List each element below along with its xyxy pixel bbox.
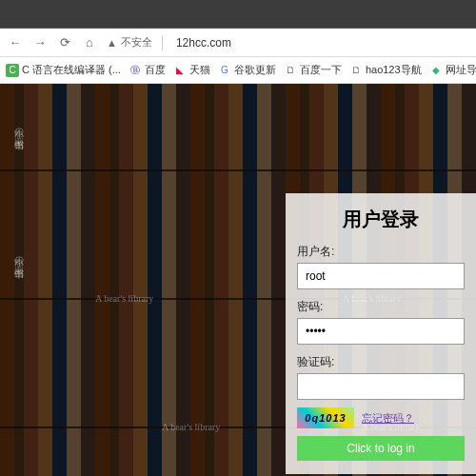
address-bar[interactable]: 12hcc.com — [176, 36, 231, 50]
bookmark-item-4[interactable]: 🗋百度一下 — [284, 63, 342, 77]
bookmark-item-6[interactable]: ◆网址导航 — [429, 63, 476, 77]
forward-button[interactable]: → — [32, 35, 48, 50]
bookmark-label: 网址导航 — [446, 63, 476, 77]
bookmark-icon: ◆ — [429, 64, 443, 77]
bookmark-icon: ◣ — [173, 64, 187, 77]
username-label: 用户名: — [297, 244, 465, 260]
bookmark-item-5[interactable]: 🗋hao123导航 — [349, 63, 422, 77]
watermark-vertical: 小熊の图书馆 — [11, 122, 25, 132]
bookmark-icon: C — [6, 64, 19, 77]
forgot-password-link[interactable]: 忘记密码？ — [362, 411, 414, 426]
bookmark-icon: 🗋 — [349, 64, 363, 77]
bookmark-icon: G — [218, 64, 231, 77]
browser-toolbar: ← → ⟳ ⌂ ▲ 不安全 12hcc.com — [0, 29, 476, 57]
home-button[interactable]: ⌂ — [82, 35, 97, 50]
page-content: 小熊の图书馆 小熊の图书馆 A bear's library A bear's … — [0, 84, 476, 476]
bookmark-label: C 语言在线编译器 (... — [22, 63, 121, 77]
watermark-vertical: 小熊の图书馆 — [11, 250, 25, 261]
captcha-image[interactable]: 0q1013 — [297, 407, 354, 428]
bookmark-label: 百度一下 — [300, 63, 342, 77]
tab-strip — [0, 0, 476, 29]
bookmark-label: 百度 — [145, 63, 166, 77]
captcha-row: 0q1013 忘记密码？ — [297, 407, 465, 428]
captcha-label: 验证码: — [297, 354, 465, 370]
bookmark-label: 谷歌更新 — [234, 63, 276, 77]
bookmark-item-3[interactable]: G谷歌更新 — [218, 63, 276, 77]
password-input[interactable] — [297, 318, 465, 345]
warning-icon: ▲ — [107, 37, 117, 49]
username-input[interactable] — [297, 263, 465, 289]
bookmark-label: hao123导航 — [366, 63, 422, 77]
shelf-line — [0, 169, 476, 171]
bookmark-item-1[interactable]: Ⓑ百度 — [129, 63, 166, 77]
back-button[interactable]: ← — [8, 35, 23, 50]
bookmarks-bar: CC 语言在线编译器 (...Ⓑ百度◣天猫G谷歌更新🗋百度一下🗋hao123导航… — [0, 57, 476, 84]
watermark-horizontal: A bear's library — [162, 422, 220, 432]
security-indicator[interactable]: ▲ 不安全 — [107, 35, 152, 50]
login-title: 用户登录 — [297, 207, 465, 232]
reload-button[interactable]: ⟳ — [57, 35, 72, 50]
security-text: 不安全 — [121, 35, 152, 50]
separator — [162, 35, 163, 50]
watermark-horizontal: A bear's library — [95, 293, 153, 304]
login-panel: 用户登录 用户名: 密码: 验证码: 0q1013 忘记密码？ Click to… — [286, 193, 476, 474]
password-label: 密码: — [297, 299, 465, 315]
captcha-input[interactable] — [297, 373, 465, 400]
bookmark-item-0[interactable]: CC 语言在线编译器 (... — [6, 63, 121, 77]
login-button[interactable]: Click to log in — [297, 436, 465, 461]
bookmark-icon: Ⓑ — [129, 64, 142, 77]
bookmark-icon: 🗋 — [284, 64, 297, 77]
bookmark-label: 天猫 — [189, 63, 210, 77]
bookmark-item-2[interactable]: ◣天猫 — [173, 63, 210, 77]
